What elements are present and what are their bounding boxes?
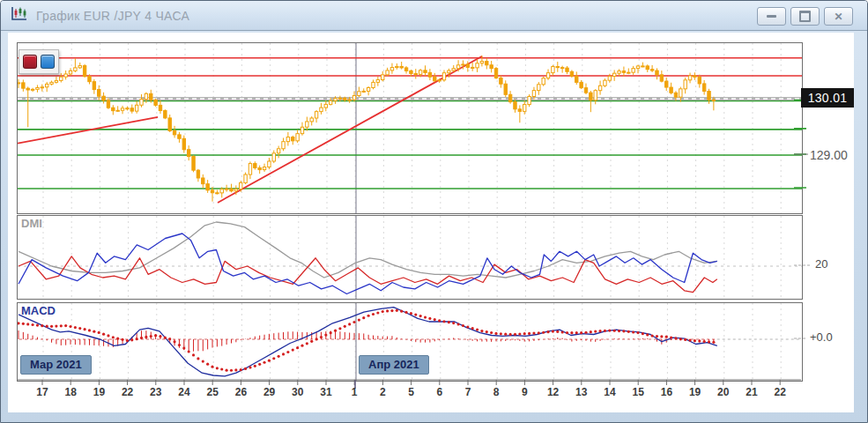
x-axis-label: 19: [682, 386, 708, 398]
dmi-panel[interactable]: DMI: [17, 215, 803, 300]
x-axis-label: 29: [256, 386, 283, 398]
window-controls: ✕: [757, 7, 853, 26]
month-marker-apr: Апр 2021: [359, 355, 429, 375]
x-axis-label: 9: [511, 386, 538, 398]
x-axis-label: 21: [738, 386, 765, 398]
price-axis-label: 129.00: [810, 148, 848, 162]
x-axis-label: 1: [341, 386, 367, 398]
month-marker-mar: Мар 2021: [20, 355, 92, 375]
minimize-icon: [767, 15, 776, 18]
title-bar[interactable]: График EUR /JPY 4 ЧАСА ✕: [1, 1, 867, 31]
x-axis-label: 13: [568, 386, 595, 398]
x-axis-label: 6: [427, 386, 453, 398]
x-axis-label: 24: [171, 386, 197, 398]
restore-button[interactable]: [790, 7, 820, 26]
x-axis-label: 16: [653, 386, 679, 398]
x-axis-label: 31: [313, 386, 339, 398]
x-axis-label: 22: [767, 386, 793, 398]
chart-client-area: DMI MACD 130.01 129.00 20 +0.0 Мар 2021 …: [8, 33, 854, 412]
x-axis-label: 20: [710, 386, 737, 398]
x-axis-label: 14: [597, 386, 623, 398]
restore-icon: [799, 11, 811, 22]
blue-marker-button[interactable]: [41, 55, 55, 69]
x-axis-label: 25: [199, 386, 226, 398]
red-marker-button[interactable]: [23, 55, 37, 69]
x-axis-label: 8: [483, 386, 509, 398]
close-icon: ✕: [834, 11, 842, 22]
macd-axis-label: +0.0: [810, 330, 833, 344]
price-chart-panel[interactable]: [17, 42, 803, 214]
x-axis-label: 2: [369, 386, 396, 398]
chart-window-icon: [10, 6, 29, 26]
current-price-label: 130.01: [801, 88, 854, 108]
x-axis-label: 19: [85, 386, 112, 398]
x-axis-label: 17: [29, 386, 56, 398]
x-axis-label: 12: [540, 386, 567, 398]
x-axis-label: 26: [227, 386, 254, 398]
dmi-axis-label: 20: [815, 257, 827, 271]
x-axis-label: 23: [143, 386, 169, 398]
x-axis-label: 22: [115, 386, 141, 398]
chart-marker-toolbar: [19, 49, 59, 74]
x-axis-label: 18: [57, 386, 84, 398]
close-button[interactable]: ✕: [824, 7, 853, 26]
x-axis-label: 30: [285, 386, 311, 398]
x-axis-label: 5: [398, 386, 425, 398]
minimize-button[interactable]: [757, 7, 786, 26]
x-axis-label: 7: [455, 386, 481, 398]
window-title: График EUR /JPY 4 ЧАСА: [36, 9, 189, 23]
chart-window: График EUR /JPY 4 ЧАСА ✕ DMI MACD 130.01…: [0, 0, 868, 423]
x-axis-label: 15: [625, 386, 651, 398]
